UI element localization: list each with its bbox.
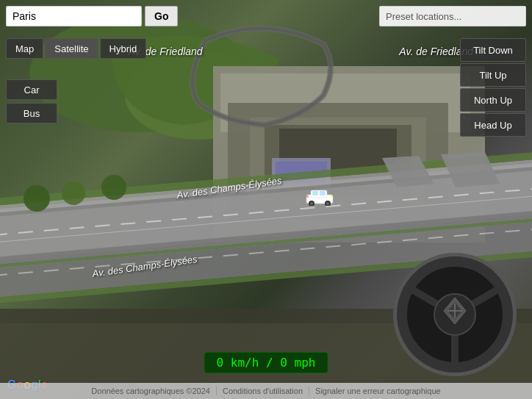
steering-wheel[interactable] [392, 252, 517, 377]
svg-point-35 [326, 202, 329, 205]
bottom-bar: Données cartographiques ©2024 Conditions… [0, 383, 532, 399]
search-input[interactable] [6, 6, 142, 26]
head-up-button[interactable]: Head Up [460, 113, 526, 137]
car-transport-button[interactable]: Car [6, 79, 57, 100]
conditions-link[interactable]: Conditions d'utilisation [217, 387, 309, 395]
transport-buttons: Car Bus [6, 79, 57, 123]
map-button[interactable]: Map [6, 38, 43, 59]
go-button[interactable]: Go [145, 6, 178, 26]
svg-rect-31 [320, 191, 326, 195]
svg-rect-36 [330, 195, 333, 198]
svg-rect-30 [312, 191, 318, 195]
tilt-down-button[interactable]: Tilt Down [460, 38, 526, 62]
preset-locations-button[interactable]: Preset locations... [379, 6, 526, 26]
tilt-orientation-buttons: Tilt Down Tilt Up North Up Head Up [460, 38, 526, 137]
svg-point-21 [24, 185, 50, 212]
satellite-button[interactable]: Satellite [45, 38, 98, 59]
svg-point-33 [310, 202, 313, 205]
svg-point-23 [101, 175, 126, 200]
search-bar: Go [6, 6, 178, 26]
tilt-up-button[interactable]: Tilt Up [460, 63, 526, 87]
north-up-button[interactable]: North Up [460, 88, 526, 112]
preset-locations: Preset locations... [379, 6, 526, 26]
svg-rect-37 [306, 195, 309, 198]
copyright-label: Données cartographiques ©2024 [85, 387, 217, 395]
map-container[interactable]: Av. de Friedland Av. de Friedland Av. de… [0, 0, 532, 399]
report-link[interactable]: Signaler une erreur cartographique [309, 387, 447, 395]
speed-display: 0 km/h / 0 mph [204, 352, 328, 373]
bus-transport-button[interactable]: Bus [6, 103, 57, 123]
hybrid-button[interactable]: Hybrid [100, 38, 147, 59]
map-type-buttons: Map Satellite Hybrid [6, 38, 146, 59]
svg-point-22 [62, 181, 85, 205]
car-icon [305, 187, 334, 206]
